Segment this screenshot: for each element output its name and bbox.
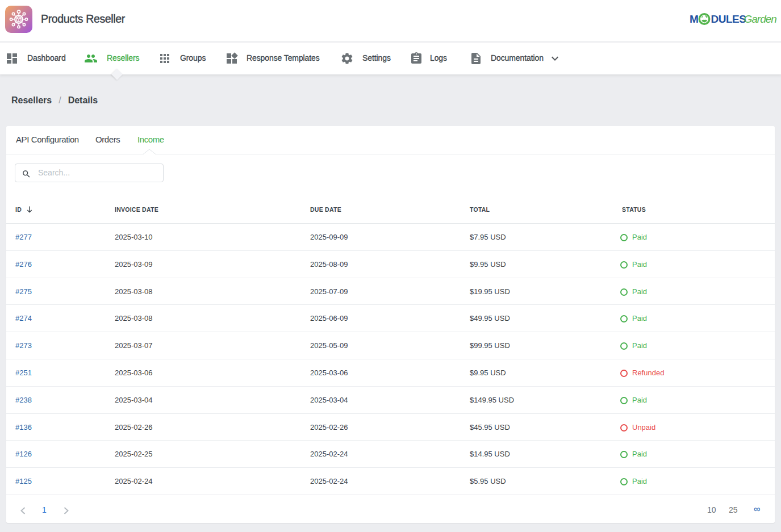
svg-text:DULES: DULES [711,13,746,25]
svg-text:M: M [690,13,698,25]
svg-text:Garden: Garden [744,13,777,25]
